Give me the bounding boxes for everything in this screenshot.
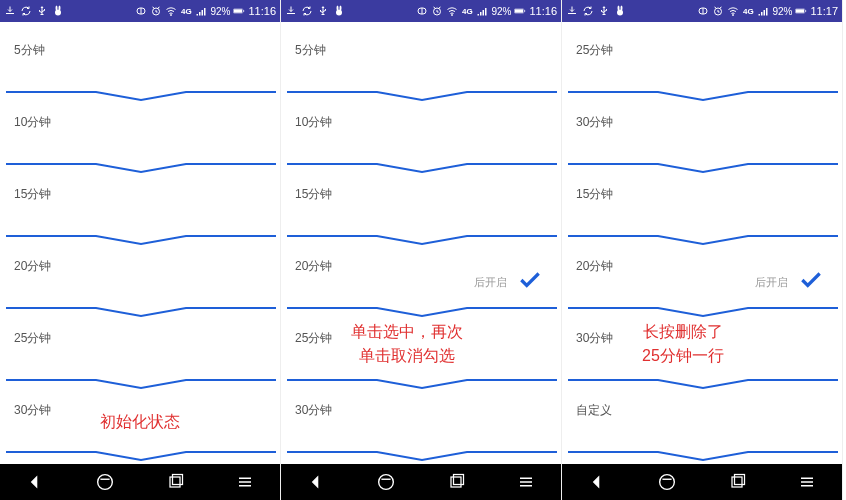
list-item[interactable]: 15分钟	[568, 174, 836, 246]
alarm-icon	[431, 5, 443, 17]
svg-rect-32	[806, 10, 807, 12]
item-label: 15分钟	[295, 187, 332, 201]
usb-icon	[317, 5, 329, 17]
item-label: 30分钟	[295, 403, 332, 417]
svg-rect-11	[173, 475, 183, 485]
item-label: 20分钟	[576, 259, 613, 273]
list-item[interactable]: 10分钟	[6, 102, 274, 174]
network-4g-icon: 4G	[180, 5, 192, 17]
wifi-icon	[165, 5, 177, 17]
back-button[interactable]	[15, 468, 55, 496]
back-button[interactable]	[577, 468, 617, 496]
item-label: 自定义	[576, 403, 612, 417]
list-item[interactable]: 30分钟	[568, 102, 836, 174]
item-label: 30分钟	[576, 115, 613, 129]
item-label: 25分钟	[576, 43, 613, 57]
home-button[interactable]	[366, 468, 406, 496]
battery-pct: 92%	[210, 6, 230, 17]
svg-rect-34	[732, 477, 742, 487]
alarm-icon	[712, 5, 724, 17]
usb-icon	[598, 5, 610, 17]
download-icon	[285, 5, 297, 17]
check-icon	[798, 267, 824, 297]
home-button[interactable]	[647, 468, 687, 496]
phone-screen: 4G 92% 11:17 25分钟 30分钟 15分钟 20分钟 后开启 30分…	[562, 0, 843, 500]
item-label: 25分钟	[295, 331, 332, 345]
svg-point-26	[617, 10, 623, 16]
recent-button[interactable]	[717, 468, 757, 496]
loop-icon	[135, 5, 147, 17]
network-4g-icon: 4G	[742, 5, 754, 17]
status-bar: 4G 92% 11:17	[562, 0, 842, 22]
list-item[interactable]: 20分钟	[6, 246, 274, 318]
nav-bar	[281, 464, 561, 500]
svg-point-21	[379, 475, 394, 490]
wifi-icon	[446, 5, 458, 17]
svg-point-33	[660, 475, 675, 490]
item-label: 30分钟	[14, 403, 51, 417]
item-label: 5分钟	[295, 43, 326, 57]
list-item[interactable]: 自定义	[568, 390, 836, 462]
item-label: 15分钟	[576, 187, 613, 201]
svg-rect-23	[454, 475, 464, 485]
phone-screen: 4G 92% 11:16 5分钟 10分钟 15分钟 20分钟 25分钟 30分…	[0, 0, 281, 500]
svg-point-2	[55, 10, 61, 16]
recent-button[interactable]	[155, 468, 195, 496]
svg-rect-20	[525, 10, 526, 12]
list-item[interactable]: 10分钟	[287, 102, 555, 174]
svg-rect-19	[515, 9, 523, 12]
list-item[interactable]: 25分钟	[568, 30, 836, 102]
svg-rect-35	[735, 475, 745, 485]
list-item[interactable]: 5分钟	[287, 30, 555, 102]
item-label: 25分钟	[14, 331, 51, 345]
annotation-text: 长按删除了25分钟一行	[642, 320, 724, 368]
refresh-icon	[301, 5, 313, 17]
battery-pct: 92%	[491, 6, 511, 17]
item-label: 30分钟	[576, 331, 613, 345]
home-button[interactable]	[85, 468, 125, 496]
list-item[interactable]: 25分钟	[6, 318, 274, 390]
svg-point-17	[452, 15, 453, 16]
svg-rect-10	[170, 477, 180, 487]
list-content: 25分钟 30分钟 15分钟 20分钟 后开启 30分钟 自定义	[562, 22, 842, 464]
menu-button[interactable]	[787, 468, 827, 496]
svg-point-9	[98, 475, 113, 490]
annotation-text: 单击选中，再次单击取消勾选	[351, 320, 463, 368]
list-item[interactable]: 30分钟	[287, 390, 555, 462]
svg-rect-31	[796, 9, 804, 12]
battery-icon	[795, 5, 807, 17]
item-label: 10分钟	[295, 115, 332, 129]
list-item[interactable]: 20分钟 后开启	[287, 246, 555, 318]
list-item[interactable]: 15分钟	[287, 174, 555, 246]
menu-button[interactable]	[506, 468, 546, 496]
phone-screen: 4G 92% 11:16 5分钟 10分钟 15分钟 20分钟 后开启 25分钟…	[281, 0, 562, 500]
status-bar: 4G 92% 11:16	[281, 0, 561, 22]
nav-bar	[562, 464, 842, 500]
list-content: 5分钟 10分钟 15分钟 20分钟 25分钟 30分钟	[0, 22, 280, 464]
svg-rect-8	[244, 10, 245, 12]
recent-button[interactable]	[436, 468, 476, 496]
item-label: 5分钟	[14, 43, 45, 57]
network-4g-icon: 4G	[461, 5, 473, 17]
loop-icon	[697, 5, 709, 17]
svg-point-29	[733, 15, 734, 16]
svg-point-14	[336, 10, 342, 16]
refresh-icon	[20, 5, 32, 17]
svg-point-5	[171, 15, 172, 16]
status-bar: 4G 92% 11:16	[0, 0, 280, 22]
signal-icon	[195, 5, 207, 17]
annotation-text: 初始化状态	[100, 410, 180, 434]
list-item[interactable]: 15分钟	[6, 174, 274, 246]
item-label: 20分钟	[295, 259, 332, 273]
wifi-icon	[727, 5, 739, 17]
list-item[interactable]: 20分钟 后开启	[568, 246, 836, 318]
download-icon	[566, 5, 578, 17]
menu-button[interactable]	[225, 468, 265, 496]
clock: 11:16	[529, 5, 557, 17]
clock: 11:17	[810, 5, 838, 17]
item-subtext: 后开启	[474, 275, 507, 290]
list-item[interactable]: 5分钟	[6, 30, 274, 102]
list-content: 5分钟 10分钟 15分钟 20分钟 后开启 25分钟 30分钟	[281, 22, 561, 464]
back-button[interactable]	[296, 468, 336, 496]
item-label: 10分钟	[14, 115, 51, 129]
